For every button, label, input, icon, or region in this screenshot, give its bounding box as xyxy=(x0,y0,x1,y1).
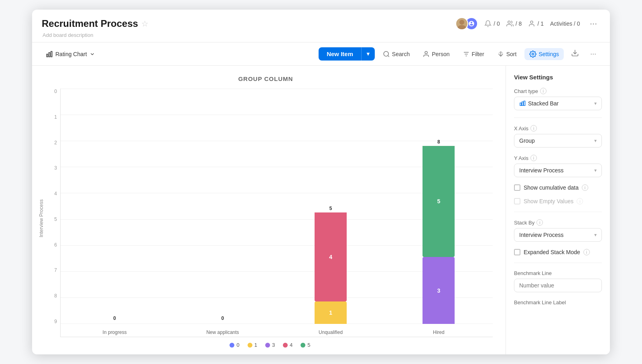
bar-segment: 5 xyxy=(423,146,455,257)
stacked-bar-icon xyxy=(519,100,526,107)
stack-by-arrow: ▾ xyxy=(594,232,597,238)
person-stat[interactable]: / 1 xyxy=(528,20,544,27)
more-button[interactable]: ··· xyxy=(587,17,600,30)
chart-type-label: Chart type i xyxy=(514,88,602,94)
svg-point-2 xyxy=(508,21,510,23)
bar-x-label: Hired xyxy=(433,330,445,335)
settings-label: Settings xyxy=(538,51,559,57)
legend-label: 3 xyxy=(272,342,275,348)
stack-by-section: Stack By i Interview Process ▾ xyxy=(514,219,602,242)
bar-group: In progress0 xyxy=(61,89,169,324)
board-title: Recruitment Process xyxy=(42,18,138,29)
search-label: Search xyxy=(392,51,410,57)
y-tick: 5 xyxy=(47,216,57,222)
sort-label: Sort xyxy=(506,51,517,57)
star-icon[interactable]: ☆ xyxy=(141,19,148,28)
person-button[interactable]: Person xyxy=(418,48,454,60)
legend-item: 4 xyxy=(283,342,293,348)
svg-point-0 xyxy=(459,20,464,24)
x-axis-info-icon[interactable]: i xyxy=(530,125,537,131)
bar-empty xyxy=(207,322,239,324)
x-axis-section: X Axis i Group ▾ xyxy=(514,125,602,148)
legend-dot xyxy=(230,343,234,348)
bar-total-label: 5 xyxy=(329,206,332,211)
x-axis-value: Group xyxy=(519,138,535,144)
settings-button[interactable]: Settings xyxy=(524,48,564,60)
settings-panel: View Settings Chart type i Stacked Bar ▾ xyxy=(506,66,610,354)
bar-segment: 4 xyxy=(315,212,347,301)
y-axis-dropdown[interactable]: Interview Process ▾ xyxy=(514,164,602,177)
legend-item: 3 xyxy=(265,342,275,348)
svg-rect-6 xyxy=(51,51,52,57)
avatar[interactable] xyxy=(455,17,468,30)
x-axis-dropdown[interactable]: Group ▾ xyxy=(514,134,602,148)
content-area: GROUP COLUMN Interview Process 9 8 7 6 5… xyxy=(32,66,610,354)
y-tick: 9 xyxy=(47,319,57,324)
bell-stat[interactable]: / 0 xyxy=(484,20,500,27)
x-axis-label: X Axis i xyxy=(514,125,602,131)
main-window: Recruitment Process ☆ / 0 xyxy=(32,10,610,354)
stack-by-value: Interview Process xyxy=(519,232,563,238)
sort-button[interactable]: Sort xyxy=(492,48,522,60)
chart-type-info-icon[interactable]: i xyxy=(540,88,547,94)
new-item-group: New Item ▼ xyxy=(319,47,375,61)
activities-stat[interactable]: Activities / 0 xyxy=(550,20,580,27)
filter-icon xyxy=(463,51,470,58)
legend-dot xyxy=(301,343,305,348)
filter-button[interactable]: Filter xyxy=(458,48,489,60)
legend-item: 1 xyxy=(248,342,257,348)
show-cumulative-row: Show cumulative data i xyxy=(514,184,602,191)
bar-stack: 41 xyxy=(315,212,347,324)
expanded-stack-checkbox[interactable] xyxy=(514,249,520,255)
header: Recruitment Process ☆ / 0 xyxy=(32,10,610,42)
y-tick: 3 xyxy=(47,165,57,171)
stack-by-info-icon[interactable]: i xyxy=(536,219,543,226)
person-icon xyxy=(423,51,430,58)
chart-area: GROUP COLUMN Interview Process 9 8 7 6 5… xyxy=(32,66,506,354)
header-actions: / 0 / 8 / 1 Activities / 0 ··· xyxy=(455,17,600,30)
avatar-group xyxy=(455,17,478,30)
benchmark-label-label: Benchmark Line Label xyxy=(514,299,602,305)
y-tick: 8 xyxy=(47,293,57,299)
bar-x-label: In progress xyxy=(103,330,127,335)
benchmark-line-input[interactable] xyxy=(514,279,602,292)
group-stat[interactable]: / 8 xyxy=(506,20,522,27)
search-button[interactable]: Search xyxy=(378,48,414,60)
bar-group: Hired853 xyxy=(385,89,493,324)
toolbar: Rating Chart New Item ▼ Search Person Fi… xyxy=(32,42,610,66)
new-item-button[interactable]: New Item xyxy=(319,47,361,61)
chart-type-value: Stacked Bar xyxy=(528,100,559,107)
chart-wrapper: Interview Process 9 8 7 6 5 4 3 2 xyxy=(39,89,493,348)
y-axis: 9 8 7 6 5 4 3 2 1 0 xyxy=(47,89,60,337)
show-empty-checkbox xyxy=(514,198,520,204)
new-item-dropdown-button[interactable]: ▼ xyxy=(361,47,375,61)
chart-type-dropdown[interactable]: Stacked Bar ▾ xyxy=(514,97,602,110)
bar-x-label: Unqualified xyxy=(319,330,343,335)
download-button[interactable] xyxy=(567,47,583,61)
show-cumulative-info-icon[interactable]: i xyxy=(582,184,588,191)
svg-rect-16 xyxy=(522,102,523,105)
svg-point-13 xyxy=(532,53,534,55)
expanded-stack-row: Expanded Stack Mode i xyxy=(514,249,602,255)
y-axis-info-icon[interactable]: i xyxy=(530,155,537,161)
y-axis-value: Interview Process xyxy=(519,167,563,174)
show-cumulative-checkbox[interactable] xyxy=(514,184,520,191)
bar-total-label: 0 xyxy=(221,315,224,321)
y-tick: 6 xyxy=(47,242,57,248)
stack-by-dropdown[interactable]: Interview Process ▾ xyxy=(514,228,602,242)
legend-item: 5 xyxy=(301,342,310,348)
view-selector[interactable]: Rating Chart xyxy=(42,48,99,60)
chart-icon xyxy=(46,51,53,58)
expanded-stack-info-icon[interactable]: i xyxy=(583,249,590,255)
activities-label: Activities / 0 xyxy=(550,20,580,27)
svg-point-7 xyxy=(384,51,388,56)
x-axis-arrow: ▾ xyxy=(594,138,597,144)
bar-stack: 53 xyxy=(423,146,455,324)
svg-rect-4 xyxy=(47,54,48,57)
overflow-button[interactable]: ··· xyxy=(586,47,600,61)
settings-icon xyxy=(529,51,536,58)
person-label: Person xyxy=(432,51,449,57)
expanded-stack-label: Expanded Stack Mode xyxy=(524,249,580,255)
chart-type-arrow: ▾ xyxy=(594,101,597,106)
legend-dot xyxy=(283,343,288,348)
